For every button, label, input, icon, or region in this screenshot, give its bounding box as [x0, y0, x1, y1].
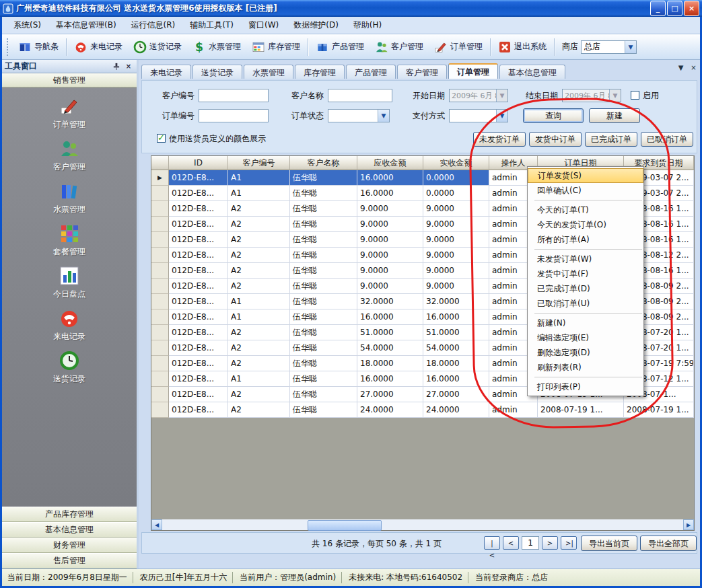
context-menu-item[interactable]: 已完成订单(D) — [528, 281, 643, 296]
row-selector[interactable] — [151, 186, 169, 201]
tab[interactable]: 产品管理 — [346, 65, 396, 79]
exit-button[interactable]: 退出系统 — [493, 37, 552, 57]
cell-id[interactable]: 012D-E8... — [169, 340, 228, 356]
cell-received[interactable]: 9.0000 — [423, 217, 489, 232]
cell-received[interactable]: 16.0000 — [423, 309, 489, 325]
row-selector[interactable] — [151, 325, 169, 340]
column-header[interactable]: 应收金额 — [357, 156, 423, 170]
cell-customer_no[interactable]: A2 — [228, 356, 290, 371]
menu-item[interactable]: 数据维护(D) — [286, 17, 346, 34]
customer-no-input[interactable] — [199, 89, 269, 102]
delivery-log-button[interactable]: 送货记录 — [128, 37, 187, 57]
tab[interactable]: 库存管理 — [295, 65, 345, 79]
tab[interactable]: 客户管理 — [397, 65, 447, 79]
cell-id[interactable]: 012D-E8... — [169, 232, 228, 248]
cell-id[interactable]: 012D-E8... — [169, 248, 228, 263]
context-menu-item[interactable]: 未发货订单(W) — [528, 252, 643, 266]
table-row[interactable]: 012D-E8...A2伍华聪24.000024.0000admin2008-0… — [151, 402, 694, 418]
tab[interactable]: 来电记录 — [141, 65, 191, 79]
column-header[interactable] — [151, 156, 169, 170]
first-page-button[interactable]: |< — [484, 536, 500, 550]
status-filter-completed[interactable]: 已完成订单 — [585, 132, 637, 147]
context-menu-item[interactable]: 今天的订单(T) — [528, 203, 643, 217]
navbar-button[interactable]: 导航条 — [13, 37, 64, 57]
scroll-right-icon[interactable]: ▶ — [683, 519, 694, 530]
cell-id[interactable]: 012D-E8... — [169, 263, 228, 279]
cell-id[interactable]: 012D-E8... — [169, 294, 228, 309]
cell-customer_name[interactable]: 伍华聪 — [290, 186, 357, 201]
sidebar-group-bar[interactable]: 售后管理 — [2, 553, 137, 568]
chevron-down-icon[interactable]: ▼ — [609, 89, 621, 102]
cell-received[interactable]: 27.0000 — [423, 387, 489, 402]
row-selector[interactable] — [151, 279, 169, 294]
new-button[interactable]: 新建 — [589, 108, 640, 123]
menu-item[interactable]: 辅助工具(T) — [182, 17, 241, 34]
sidebar-item-daily-check[interactable]: 今日盘点 — [2, 265, 137, 307]
cell-customer_no[interactable]: A1 — [228, 170, 290, 186]
cell-customer_name[interactable]: 伍华聪 — [290, 402, 357, 418]
row-selector[interactable] — [151, 387, 169, 402]
cell-receivable[interactable]: 16.0000 — [357, 186, 423, 201]
cell-customer_no[interactable]: A2 — [228, 325, 290, 340]
cell-received[interactable]: 16.0000 — [423, 371, 489, 387]
chevron-down-icon[interactable]: ▼ — [625, 41, 636, 53]
cell-receivable[interactable]: 51.0000 — [357, 325, 423, 340]
cell-received[interactable]: 18.0000 — [423, 356, 489, 371]
export-all-pages-button[interactable]: 导出全部页 — [640, 536, 697, 551]
cell-receivable[interactable]: 9.0000 — [357, 217, 423, 232]
cell-received[interactable]: 9.0000 — [423, 263, 489, 279]
context-menu-item[interactable]: 回单确认(C) — [528, 183, 643, 198]
close-icon[interactable]: × — [123, 61, 134, 72]
cell-operator[interactable]: admin — [489, 402, 538, 418]
row-selector[interactable] — [151, 294, 169, 309]
row-selector[interactable] — [151, 309, 169, 325]
cell-receivable[interactable]: 9.0000 — [357, 263, 423, 279]
enable-checkbox[interactable] — [631, 91, 639, 100]
cell-received[interactable]: 0.0000 — [423, 186, 489, 201]
row-selector[interactable] — [151, 232, 169, 248]
cell-customer_name[interactable]: 伍华聪 — [290, 201, 357, 217]
status-filter-cancelled[interactable]: 已取消订单 — [641, 132, 693, 147]
context-menu-item[interactable]: 刷新列表(R) — [528, 360, 643, 375]
shop-select[interactable]: 总店 ▼ — [581, 40, 637, 54]
cell-delivery_date[interactable]: 2008-07-19 1... — [624, 402, 694, 418]
sidebar-item-call-log[interactable]: 来电记录 — [2, 307, 137, 350]
column-header[interactable]: 实收金额 — [423, 156, 489, 170]
cell-customer_no[interactable]: A2 — [228, 387, 290, 402]
next-page-button[interactable]: > — [542, 536, 558, 550]
cell-receivable[interactable]: 24.0000 — [357, 402, 423, 418]
chevron-down-icon[interactable]: ▼ — [496, 89, 507, 102]
cell-receivable[interactable]: 9.0000 — [357, 248, 423, 263]
cell-customer_name[interactable]: 伍华聪 — [290, 248, 357, 263]
row-selector[interactable] — [151, 340, 169, 356]
title-bar[interactable]: 广州爱奇迪软件科技有限公司 送水送货水票管理6使用授权版本 [已注册] _ □ … — [0, 0, 702, 17]
cell-customer_no[interactable]: A2 — [228, 248, 290, 263]
chevron-down-icon[interactable]: ▼ — [378, 110, 389, 122]
cell-customer_name[interactable]: 伍华聪 — [290, 217, 357, 232]
customer-button[interactable]: 客户管理 — [370, 37, 429, 57]
cell-receivable[interactable]: 9.0000 — [357, 279, 423, 294]
cell-customer_no[interactable]: A2 — [228, 217, 290, 232]
cell-received[interactable]: 9.0000 — [423, 201, 489, 217]
cell-id[interactable]: 012D-E8... — [169, 371, 228, 387]
cell-customer_name[interactable]: 伍华聪 — [290, 387, 357, 402]
cell-id[interactable]: 012D-E8... — [169, 387, 228, 402]
cell-id[interactable]: 012D-E8... — [169, 325, 228, 340]
cell-id[interactable]: 012D-E8... — [169, 201, 228, 217]
cell-customer_no[interactable]: A2 — [228, 263, 290, 279]
cell-customer_no[interactable]: A2 — [228, 279, 290, 294]
context-menu-item[interactable]: 新建(N) — [528, 316, 643, 330]
cell-id[interactable]: 012D-E8... — [169, 309, 228, 325]
cell-customer_name[interactable]: 伍华聪 — [290, 170, 357, 186]
status-filter-shipping[interactable]: 发货中订单 — [529, 132, 582, 147]
column-header[interactable]: 客户编号 — [228, 156, 290, 170]
status-filter-unshipped[interactable]: 未发货订单 — [473, 132, 526, 147]
cell-customer_no[interactable]: A1 — [228, 371, 290, 387]
cell-customer_name[interactable]: 伍华聪 — [290, 309, 357, 325]
menu-item[interactable]: 运行信息(R) — [124, 17, 183, 34]
context-menu-item[interactable]: 发货中订单(F) — [528, 266, 643, 281]
product-button[interactable]: 产品管理 — [310, 37, 370, 57]
sidebar-item-customers[interactable]: 客户管理 — [2, 138, 137, 180]
cell-received[interactable]: 51.0000 — [423, 325, 489, 340]
close-button[interactable]: × — [684, 1, 699, 16]
